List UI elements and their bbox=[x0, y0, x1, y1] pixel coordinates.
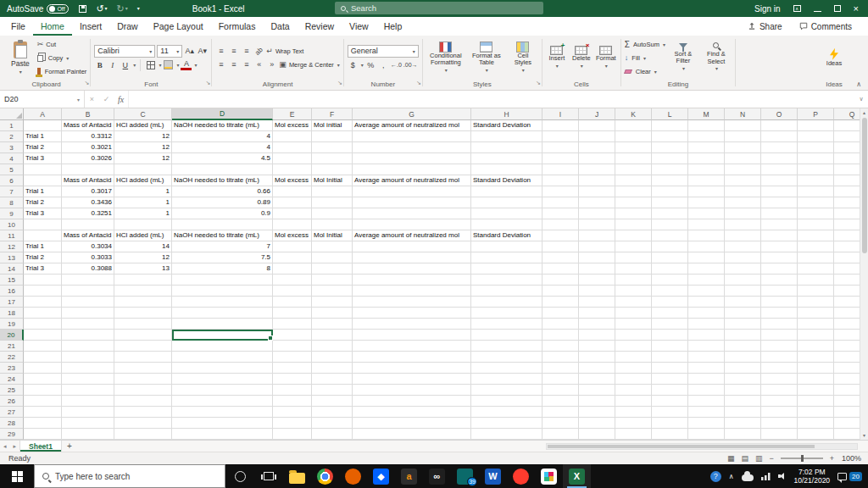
undo-button[interactable]: ↺▾ bbox=[96, 4, 107, 14]
cell-N6[interactable] bbox=[725, 175, 761, 186]
new-sheet-button[interactable]: + bbox=[62, 441, 77, 452]
cell-F25[interactable] bbox=[312, 385, 353, 396]
row-header-27[interactable]: 27 bbox=[0, 407, 24, 418]
paste-dropdown-icon[interactable]: ▾ bbox=[19, 69, 22, 75]
cell-D28[interactable] bbox=[172, 418, 273, 429]
sort-filter-button[interactable]: Sort & Filter▾ bbox=[668, 42, 698, 74]
cell-F17[interactable] bbox=[312, 297, 353, 308]
cell-E29[interactable] bbox=[273, 429, 312, 440]
cell-J9[interactable] bbox=[579, 208, 615, 219]
wrap-text-button[interactable]: ↵Wrap Text bbox=[266, 45, 303, 57]
cell-O28[interactable] bbox=[761, 418, 798, 429]
cell-K20[interactable] bbox=[615, 330, 652, 341]
cell-O1[interactable] bbox=[761, 120, 798, 131]
cell-styles-button[interactable]: Cell Styles▾ bbox=[508, 41, 538, 75]
cell-N7[interactable] bbox=[725, 186, 761, 197]
cell-A3[interactable]: Trial 2 bbox=[24, 142, 62, 153]
cell-M6[interactable] bbox=[688, 175, 725, 186]
slack-icon[interactable] bbox=[535, 464, 563, 488]
cell-P28[interactable] bbox=[798, 418, 834, 429]
cell-G10[interactable] bbox=[353, 219, 471, 230]
collapse-ribbon-icon[interactable]: ∧ bbox=[856, 80, 861, 88]
row-header-12[interactable]: 12 bbox=[0, 241, 24, 252]
cell-I26[interactable] bbox=[542, 396, 579, 407]
font-name-select[interactable]: Calibri▾ bbox=[94, 45, 155, 58]
cell-M29[interactable] bbox=[688, 429, 725, 440]
cell-B12[interactable]: 0.3034 bbox=[62, 241, 114, 252]
zoom-level[interactable]: 100% bbox=[841, 454, 861, 463]
row-header-16[interactable]: 16 bbox=[0, 286, 24, 297]
cell-G4[interactable] bbox=[353, 153, 471, 164]
cell-O19[interactable] bbox=[761, 319, 798, 330]
cell-O23[interactable] bbox=[761, 363, 798, 374]
cell-M15[interactable] bbox=[688, 274, 725, 286]
cell-K16[interactable] bbox=[615, 286, 652, 297]
cell-E2[interactable] bbox=[273, 131, 312, 142]
cell-C15[interactable] bbox=[114, 274, 172, 286]
cell-M8[interactable] bbox=[688, 197, 725, 208]
hidden-icons-icon[interactable]: ∧ bbox=[729, 473, 734, 480]
redo-dropdown-icon[interactable]: ▾ bbox=[125, 4, 128, 14]
cell-K24[interactable] bbox=[615, 374, 652, 385]
increase-decimal-button[interactable]: ←.0 bbox=[391, 59, 402, 71]
cell-B25[interactable] bbox=[62, 385, 114, 396]
comma-style-button[interactable]: , bbox=[378, 59, 389, 71]
cell-D22[interactable] bbox=[172, 352, 273, 363]
cell-B7[interactable]: 0.3017 bbox=[62, 186, 114, 197]
cell-B13[interactable]: 0.3033 bbox=[62, 252, 114, 263]
cell-O17[interactable] bbox=[761, 297, 798, 308]
cell-K27[interactable] bbox=[615, 407, 652, 418]
number-dialog-launcher-icon[interactable]: ↘ bbox=[416, 77, 421, 88]
cell-F16[interactable] bbox=[312, 286, 353, 297]
cell-M18[interactable] bbox=[688, 308, 725, 319]
cell-A2[interactable]: Trial 1 bbox=[24, 131, 62, 142]
cell-E8[interactable] bbox=[273, 197, 312, 208]
cell-B26[interactable] bbox=[62, 396, 114, 407]
cell-M4[interactable] bbox=[688, 153, 725, 164]
cell-O18[interactable] bbox=[761, 308, 798, 319]
cell-G15[interactable] bbox=[353, 274, 471, 286]
cell-M2[interactable] bbox=[688, 131, 725, 142]
cell-H20[interactable] bbox=[471, 330, 542, 341]
cell-C4[interactable]: 12 bbox=[114, 153, 172, 164]
cell-N11[interactable] bbox=[725, 230, 761, 241]
close-button[interactable]: × bbox=[854, 4, 859, 14]
underline-button[interactable]: U bbox=[120, 59, 131, 71]
format-cells-button[interactable]: Format▾ bbox=[595, 45, 617, 70]
cell-Q12[interactable] bbox=[834, 241, 860, 252]
cell-N16[interactable] bbox=[725, 286, 761, 297]
row-header-6[interactable]: 6 bbox=[0, 175, 24, 186]
cell-K23[interactable] bbox=[615, 363, 652, 374]
cell-N2[interactable] bbox=[725, 131, 761, 142]
cell-H6[interactable]: Standard Deviation bbox=[471, 175, 542, 186]
cell-K8[interactable] bbox=[615, 197, 652, 208]
cell-N3[interactable] bbox=[725, 142, 761, 153]
cell-K28[interactable] bbox=[615, 418, 652, 429]
cell-M22[interactable] bbox=[688, 352, 725, 363]
accounting-dropdown-icon[interactable]: ▾ bbox=[361, 62, 364, 68]
cell-D4[interactable]: 4.5 bbox=[172, 153, 273, 164]
cell-A14[interactable]: Trial 3 bbox=[24, 263, 62, 274]
row-header-9[interactable]: 9 bbox=[0, 208, 24, 219]
cell-D18[interactable] bbox=[172, 308, 273, 319]
cell-A24[interactable] bbox=[24, 374, 62, 385]
cell-F15[interactable] bbox=[312, 274, 353, 286]
cell-D23[interactable] bbox=[172, 363, 273, 374]
cell-E7[interactable] bbox=[273, 186, 312, 197]
cell-I15[interactable] bbox=[542, 274, 579, 286]
customize-qat-button[interactable]: ▾ bbox=[137, 4, 140, 14]
cell-J11[interactable] bbox=[579, 230, 615, 241]
row-header-4[interactable]: 4 bbox=[0, 153, 24, 164]
cell-K29[interactable] bbox=[615, 429, 652, 440]
cell-A17[interactable] bbox=[24, 297, 62, 308]
cell-K7[interactable] bbox=[615, 186, 652, 197]
cell-K13[interactable] bbox=[615, 252, 652, 263]
menu-tab-page-layout[interactable]: Page Layout bbox=[146, 17, 211, 36]
cell-J8[interactable] bbox=[579, 197, 615, 208]
cell-Q17[interactable] bbox=[834, 297, 860, 308]
cell-K21[interactable] bbox=[615, 341, 652, 352]
cell-N27[interactable] bbox=[725, 407, 761, 418]
cell-J21[interactable] bbox=[579, 341, 615, 352]
cell-E24[interactable] bbox=[273, 374, 312, 385]
autosum-button[interactable]: ΣAutoSum▾ bbox=[625, 38, 665, 50]
